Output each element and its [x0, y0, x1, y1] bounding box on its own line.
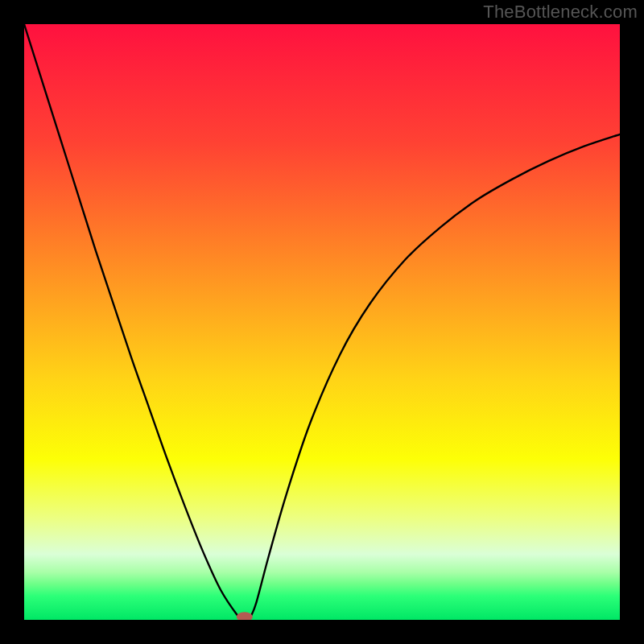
gradient-background: [24, 24, 620, 620]
chart-container: TheBottleneck.com: [0, 0, 644, 644]
chart-svg: [24, 24, 620, 620]
plot-area: [24, 24, 620, 620]
watermark-text: TheBottleneck.com: [483, 2, 638, 23]
